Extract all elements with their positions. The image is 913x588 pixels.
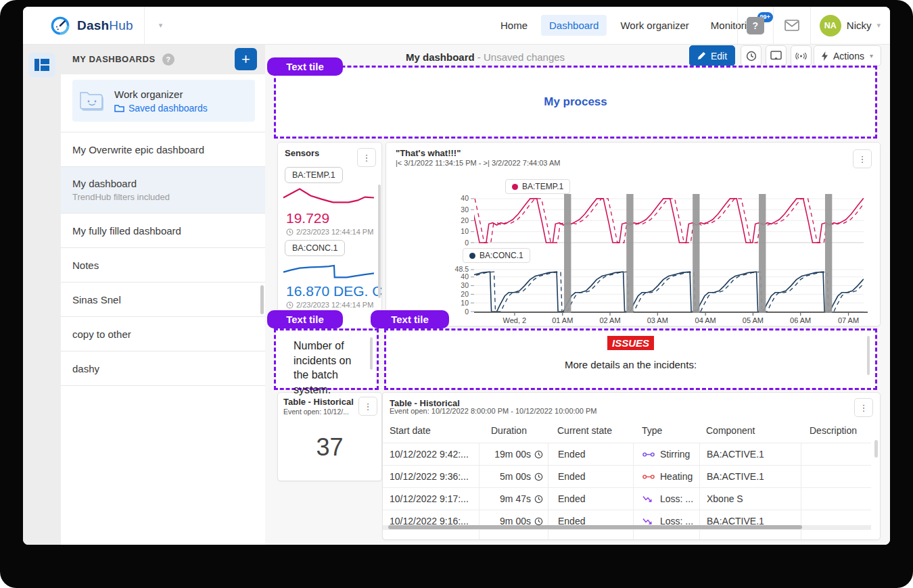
unsaved-changes-label: - Unsaved changes <box>477 51 565 63</box>
help-button[interactable]: ? <box>747 17 764 34</box>
sidebar-item-copy-to-other[interactable]: copy to other <box>61 317 265 351</box>
svg-text:0: 0 <box>465 308 469 316</box>
time-settings-button[interactable] <box>741 45 762 66</box>
svg-text:02 AM: 02 AM <box>599 316 620 324</box>
present-button[interactable] <box>766 45 787 66</box>
table-row[interactable]: 10/12/2022 9:17:...9m 47sEndedLoss: ...X… <box>383 487 871 510</box>
user-name: Nicky <box>847 20 872 31</box>
partial-cell <box>383 529 479 540</box>
events-table: Start dateDurationCurrent stateTypeCompo… <box>383 421 871 532</box>
sensor-timestamp-text: 2/23/2023 12:44:14 PM <box>296 301 373 309</box>
sensor-block-ba-temp-1: BA:TEMP.119.7292/23/2023 12:44:14 PM <box>278 166 381 239</box>
cell-component: BA:ACTIVE.1 <box>699 466 801 487</box>
duration-text: 5m 00s <box>500 471 531 482</box>
dumbbell-icon <box>642 451 655 458</box>
count-kebab-menu-button[interactable]: ⋮ <box>358 397 377 416</box>
table-vscrollbar[interactable] <box>874 440 878 458</box>
svg-text:01 AM: 01 AM <box>552 316 573 324</box>
svg-text:30: 30 <box>461 281 469 289</box>
sensor-timestamp-text: 2/23/2023 12:44:14 PM <box>296 228 373 236</box>
nav-item-work-organizer[interactable]: Work organizer <box>612 15 697 36</box>
column-header-description: Description <box>801 421 871 443</box>
legend-label: BA:CONC.1 <box>479 251 523 260</box>
text-tile-process[interactable]: My process <box>274 66 877 139</box>
actions-label: Actions <box>833 51 864 62</box>
sidebar-item-notes[interactable]: Notes <box>61 248 265 283</box>
sidebar-item-my-dashboard[interactable]: My dashboardTrendHub filters included <box>61 167 265 214</box>
loss-icon <box>642 495 655 503</box>
user-menu[interactable]: NA Nicky ▾ <box>820 15 881 36</box>
svg-text:48.5: 48.5 <box>455 265 469 273</box>
nav-item-label: Dashboard <box>549 20 599 31</box>
svg-text:07 AM: 07 AM <box>838 316 859 324</box>
avatar[interactable]: NA <box>820 15 841 36</box>
legend-ba-temp-1[interactable]: BA:TEMP.1 <box>505 179 570 194</box>
sensors-tile: Sensors ⋮ BA:TEMP.119.7292/23/2023 12:44… <box>277 142 382 330</box>
sidebar: MY DASHBOARDS ? + Work organizer Saved d… <box>61 44 266 545</box>
clock-icon <box>534 495 543 504</box>
table-row[interactable]: 10/12/2022 9:42:...19m 00sEndedStirringB… <box>383 443 871 465</box>
add-dashboard-button[interactable]: + <box>235 48 257 70</box>
brand-chevron-down-icon[interactable]: ▾ <box>159 21 163 30</box>
svg-text:06 AM: 06 AM <box>790 316 811 324</box>
cell-duration: 5m 00s <box>479 466 548 487</box>
layout-grid-icon <box>34 59 49 71</box>
live-broadcast-button[interactable] <box>791 45 812 66</box>
sidebar-item-label: My dashboard <box>72 178 254 189</box>
sensor-tag-badge[interactable]: BA:CONC.1 <box>285 240 345 256</box>
table-kebab-menu-button[interactable]: ⋮ <box>854 398 873 417</box>
actions-chevron-down-icon: ▾ <box>870 52 873 59</box>
duration-text: 9m 47s <box>500 493 531 504</box>
broadcast-icon <box>795 52 807 60</box>
sidebar-item-dashy[interactable]: dashy <box>61 351 265 386</box>
sidebar-item-my-fully-filled-dashboard[interactable]: My fully filled dashboard <box>61 214 265 248</box>
brand[interactable]: DashHub ▾ <box>50 7 162 44</box>
edit-button[interactable]: Edit <box>689 45 735 66</box>
partial-cell <box>699 529 801 540</box>
workspace-card[interactable]: Work organizer Saved dashboards <box>72 80 255 122</box>
saved-dashboards-link[interactable]: Saved dashboards <box>114 103 208 114</box>
nav-item-dashboard[interactable]: Dashboard <box>541 15 607 36</box>
clock-icon <box>746 51 757 62</box>
svg-text:0: 0 <box>465 239 469 247</box>
svg-text:20: 20 <box>461 216 469 224</box>
cell-current-state: Ended <box>548 466 633 487</box>
column-header-start-date: Start date <box>383 421 479 443</box>
text-tile-label[interactable]: Text tile <box>267 57 343 76</box>
sensor-tag-badge[interactable]: BA:TEMP.1 <box>285 167 343 183</box>
sensors-scrollbar[interactable] <box>378 185 381 298</box>
text-tile-issues[interactable]: ISSUES More details an the incidents: <box>384 328 877 390</box>
sidebar-item-my-overwrite-epic-dashboard[interactable]: My Overwrite epic dashboard <box>61 132 265 167</box>
column-header-component: Component <box>699 421 801 443</box>
mail-button[interactable] <box>782 18 801 34</box>
cell-duration: 19m 00s <box>479 443 548 465</box>
sidebar-scrollbar[interactable] <box>260 285 264 314</box>
cell-start-date: 10/12/2022 9:42:... <box>383 443 479 465</box>
topbar-right: ? NA Nicky ▾ <box>728 7 881 44</box>
text-tile-label[interactable]: Text tile <box>267 310 343 328</box>
sidebar-item-label: Sinas Snel <box>72 294 254 305</box>
saved-dashboards-label: Saved dashboards <box>128 103 208 114</box>
table-row[interactable]: 10/12/2022 9:36:...5m 00sEndedHeatingBA:… <box>383 465 871 487</box>
legend-dot <box>512 184 518 190</box>
trend-kebab-menu-button[interactable]: ⋮ <box>853 149 872 168</box>
sidebar-help-icon[interactable]: ? <box>162 53 174 66</box>
workspace-title: Work organizer <box>114 89 208 100</box>
sparkline-chart <box>282 185 375 209</box>
left-rail <box>23 44 61 545</box>
clock-icon <box>286 228 294 236</box>
issues-scrollbar[interactable] <box>867 336 870 375</box>
cell-component: Xbone S <box>699 488 801 510</box>
nav-item-home[interactable]: Home <box>492 15 536 36</box>
svg-text:40: 40 <box>461 194 469 202</box>
sensor-blocks: BA:TEMP.119.7292/23/2023 12:44:14 PMBA:C… <box>278 166 381 312</box>
sensors-kebab-menu-button[interactable]: ⋮ <box>357 148 376 167</box>
legend-ba-conc-1[interactable]: BA:CONC.1 <box>463 248 530 263</box>
clock-icon <box>534 517 543 526</box>
dashboards-rail-button[interactable] <box>28 53 55 77</box>
note-scrollbar[interactable] <box>370 337 373 370</box>
text-tile-note[interactable]: Number of incidents on the batch system. <box>274 328 379 390</box>
actions-button[interactable]: Actions ▾ <box>814 45 881 66</box>
text-tile-label[interactable]: Text tile <box>371 310 449 328</box>
sidebar-item-sinas-snel[interactable]: Sinas Snel <box>61 283 265 317</box>
